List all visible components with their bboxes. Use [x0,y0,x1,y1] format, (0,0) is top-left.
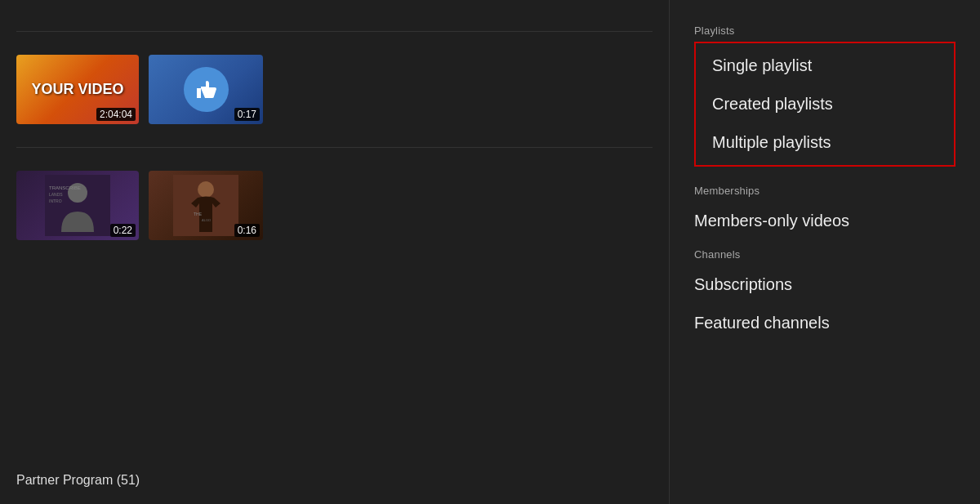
person-silhouette: TRANSCRIBE LANDS INTRO [45,175,110,236]
video-thumb-person[interactable]: TRANSCRIBE LANDS INTRO 0:22 [16,171,139,240]
video-row-1: YOUR VIDEO 2:04:04 0:17 [16,47,653,132]
duration-badge-1: 2:04:04 [96,108,136,121]
svg-text:INTRO: INTRO [49,198,62,203]
multiple-playlists-item[interactable]: Multiple playlists [696,123,954,162]
svg-point-6 [198,181,214,198]
svg-text:LANDS: LANDS [49,192,63,197]
video-thumb-tshirt[interactable]: THE ALGO 0:16 [149,171,263,240]
featured-channels-item[interactable]: Featured channels [694,304,956,342]
subscriptions-item[interactable]: Subscriptions [694,265,956,304]
top-divider [16,31,653,32]
video-thumb-like[interactable]: 0:17 [149,55,263,124]
playlists-section-label: Playlists [694,25,956,37]
middle-divider [16,147,653,148]
playlist-options-box: Single playlist Created playlists Multip… [694,42,956,167]
channels-section-label: Channels [694,248,956,261]
members-only-videos-item[interactable]: Members-only videos [694,202,956,240]
single-playlist-item[interactable]: Single playlist [696,47,954,85]
memberships-section-label: Memberships [694,185,956,197]
like-icon-circle [184,67,229,112]
video-thumb-your-video[interactable]: YOUR VIDEO 2:04:04 [16,55,139,124]
video-title-your-video: YOUR VIDEO [31,82,123,98]
duration-badge-2: 0:17 [234,108,260,121]
video-row-2: TRANSCRIBE LANDS INTRO 0:22 THE ALGO 0:1… [16,163,653,248]
duration-badge-4: 0:16 [234,224,260,237]
left-panel: YOUR VIDEO 2:04:04 0:17 TRANSCRIBE LANDS… [0,0,670,504]
tshirt-person-silhouette: THE ALGO [173,175,238,236]
created-playlists-item[interactable]: Created playlists [696,85,954,123]
svg-text:ALGO: ALGO [202,218,211,222]
duration-badge-3: 0:22 [110,224,136,237]
svg-text:THE: THE [194,212,203,216]
right-panel: Playlists Single playlist Created playli… [670,0,980,504]
partner-program-label: Partner Program (51) [16,473,140,488]
svg-text:TRANSCRIBE: TRANSCRIBE [49,185,81,190]
